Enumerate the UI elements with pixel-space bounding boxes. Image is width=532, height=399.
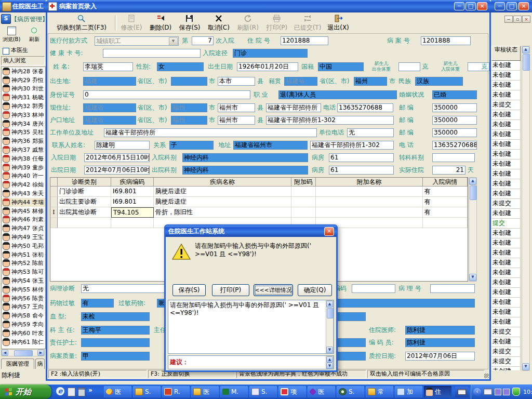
review-status-cell[interactable]: 未创建 bbox=[491, 229, 521, 238]
patient-list-item[interactable]: 神内36 郑振 bbox=[2, 137, 45, 145]
sex-field[interactable]: 女 bbox=[157, 62, 204, 71]
current-province-field[interactable]: 福建省 bbox=[83, 103, 136, 112]
review-status-cell[interactable]: 未创建 bbox=[491, 61, 521, 71]
employer-phone-field[interactable]: 无 bbox=[347, 128, 394, 137]
patient-list-item[interactable]: 神内50 毛邦 bbox=[2, 242, 45, 250]
record-minimize-button[interactable]: − bbox=[454, 2, 464, 10]
review-status-cell[interactable]: 未创建 bbox=[491, 140, 521, 150]
registered-city-field[interactable]: 福州 bbox=[171, 116, 207, 125]
patient-list-item[interactable]: 神内47 张贞 bbox=[2, 224, 45, 233]
review-status-cell[interactable]: 未创建 bbox=[491, 71, 521, 81]
review-status-cell[interactable]: 未创建 bbox=[491, 120, 521, 130]
phone-field[interactable]: 13635270688 bbox=[337, 103, 393, 112]
admission-seq-field[interactable]: 7 bbox=[192, 36, 214, 45]
health-card-field[interactable] bbox=[103, 49, 201, 58]
taskbar-window-button[interactable]: 住 bbox=[424, 386, 451, 397]
patient-list-item[interactable]: 神内55 林传 bbox=[2, 285, 45, 294]
review-status-cell[interactable]: 未创建 bbox=[491, 169, 521, 179]
ie-quicklaunch-icon[interactable]: e bbox=[56, 387, 64, 395]
diagnosis-row[interactable]: 门诊诊断 I69.801 脑梗后遗症 有 bbox=[50, 187, 468, 197]
contact-address-detail-field[interactable]: 福建省干部招待所1-302 bbox=[310, 141, 394, 150]
patient-list-item[interactable]: 神内28 张春 bbox=[2, 67, 45, 76]
admission-no-field[interactable]: 1201888 bbox=[281, 36, 328, 45]
admission-dept-field[interactable]: 神经内科 bbox=[182, 153, 308, 162]
patient-list-item[interactable]: 神内32 郭秀 bbox=[2, 102, 45, 111]
admission-path-field[interactable]: 门诊 bbox=[233, 49, 308, 58]
taskbar-window-button[interactable]: 医 bbox=[104, 386, 131, 397]
review-status-cell[interactable]: 未创建 bbox=[491, 209, 521, 219]
dialog-suggestion-box[interactable]: 建议： ▲ ▼ bbox=[168, 355, 334, 369]
birthplace-county-field[interactable]: 本市 bbox=[218, 77, 255, 86]
actual-stay-field[interactable]: 21 bbox=[432, 166, 466, 175]
ward-field1[interactable]: 61 bbox=[329, 153, 394, 162]
my-doctor-checkbox[interactable] bbox=[3, 48, 9, 55]
native-city-field[interactable]: 福州 bbox=[354, 77, 387, 86]
transfer-dept-field[interactable] bbox=[432, 153, 475, 162]
registered-province-field[interactable]: 福建省 bbox=[83, 116, 136, 125]
contact-address-field[interactable]: 福建省福州市 bbox=[233, 141, 308, 150]
registered-detail-field[interactable]: 福建省干部招待所1-302 bbox=[266, 116, 394, 125]
quicklaunch-overflow-chevron[interactable]: » bbox=[88, 387, 92, 394]
mdi-minimize-button[interactable]: − bbox=[504, 16, 513, 23]
chevron-down-icon[interactable]: ▼ bbox=[169, 37, 178, 46]
ethnicity-field[interactable]: 汉族 bbox=[415, 77, 463, 86]
record-close-button[interactable]: × bbox=[477, 2, 487, 10]
qc-date-field[interactable]: 2012年07月06日 bbox=[405, 352, 475, 361]
detail-scrollbar[interactable]: ▲ ▼ bbox=[326, 300, 334, 353]
taskbar-window-button[interactable]: S. bbox=[249, 386, 277, 397]
patient-list-item[interactable]: 神内29 乔恒 bbox=[2, 76, 45, 85]
taskbar-window-button[interactable]: M. bbox=[220, 386, 248, 397]
zip-field1[interactable]: 350000 bbox=[432, 103, 477, 112]
save-button[interactable]: 保存(S) bbox=[176, 14, 203, 32]
tab-records[interactable]: 病 bbox=[35, 358, 45, 369]
cancel-button[interactable]: 取消(C) bbox=[205, 14, 232, 32]
resize-grip[interactable] bbox=[484, 374, 489, 378]
patient-list-item[interactable]: 神内57 王向 bbox=[2, 303, 45, 312]
review-status-cell[interactable]: 未创建 bbox=[491, 308, 521, 317]
resident-field[interactable]: 陈利捷 bbox=[405, 326, 475, 335]
registered-county-field[interactable]: 福州市 bbox=[218, 116, 255, 125]
contact-phone-field[interactable]: 13635270688 bbox=[432, 141, 477, 150]
diagnosis-row-editing[interactable]: I 出院其他诊断 T94.105 骨折，陈旧性 有 bbox=[50, 207, 468, 218]
taskbar-window-button[interactable]: S. bbox=[337, 386, 364, 397]
taskbar-window-button[interactable]: 医 bbox=[308, 386, 335, 397]
review-status-cell[interactable]: 未创建 bbox=[491, 298, 521, 308]
review-status-cell[interactable]: 未创建 bbox=[491, 150, 521, 159]
review-status-cell[interactable]: 未创建 bbox=[491, 317, 521, 327]
diagnosis-scrollbar[interactable]: ▲ ▼ bbox=[469, 177, 477, 282]
nurse-field[interactable] bbox=[81, 338, 150, 347]
pathology-no-field[interactable] bbox=[430, 284, 475, 293]
admission-date-field[interactable]: 2012年06月15日10时 bbox=[84, 153, 150, 162]
patient-list-item[interactable]: 神内33 林坤 bbox=[2, 111, 45, 119]
review-status-cell[interactable]: 未创建 bbox=[491, 130, 521, 140]
review-status-cell[interactable]: 未创建 bbox=[491, 179, 521, 189]
current-county-field[interactable]: 福州市 bbox=[218, 103, 255, 112]
taskbar-window-button[interactable]: R. bbox=[162, 386, 190, 397]
dialog-detail-button[interactable]: <<<详细情况 bbox=[254, 284, 293, 296]
main-close-button[interactable]: × bbox=[518, 2, 529, 10]
review-status-cell[interactable]: 未创建 bbox=[491, 268, 521, 278]
main-minimize-button[interactable]: − bbox=[495, 2, 505, 10]
birthplace-province-field[interactable]: 福建 bbox=[83, 77, 136, 86]
patient-list-item[interactable]: 神内51 张初 bbox=[2, 250, 45, 259]
patient-list-item[interactable]: 神内35 吴桂 bbox=[2, 128, 45, 137]
tray-network-icon1[interactable] bbox=[495, 389, 501, 395]
taskbar-window-button[interactable]: 项 bbox=[278, 386, 306, 397]
employer-field[interactable]: 福建省干部招待所 bbox=[104, 128, 317, 137]
quicklaunch-calc-icon[interactable] bbox=[78, 388, 85, 396]
tray-network-icon2[interactable] bbox=[503, 389, 510, 395]
dialog-print-button[interactable]: 打印(P) bbox=[212, 284, 249, 296]
patient-list-item[interactable]: 神内40 许一 bbox=[2, 172, 45, 181]
occupation-field[interactable]: 退(离)休人员 bbox=[278, 90, 397, 99]
patient-list-item[interactable]: 神内34 唐兴 bbox=[2, 119, 45, 128]
dialog-ok-button[interactable]: 确定(Q) bbox=[298, 284, 332, 296]
review-status-cell[interactable]: 未创建 bbox=[491, 189, 521, 199]
review-status-cell[interactable]: 未创建 bbox=[491, 110, 521, 120]
delete-button[interactable]: 删除(D) bbox=[147, 14, 174, 32]
patient-list-hscrollbar[interactable]: ◀ ▶ bbox=[1, 349, 45, 356]
review-status-cell[interactable]: 未创建 bbox=[491, 238, 521, 248]
dialog-close-button[interactable]: × bbox=[324, 227, 334, 236]
switch-page-button[interactable]: 切换到第二页(F3) bbox=[50, 14, 113, 32]
ward-field2[interactable]: 61 bbox=[329, 166, 394, 175]
review-status-header[interactable]: 审核状态 bbox=[491, 46, 521, 61]
